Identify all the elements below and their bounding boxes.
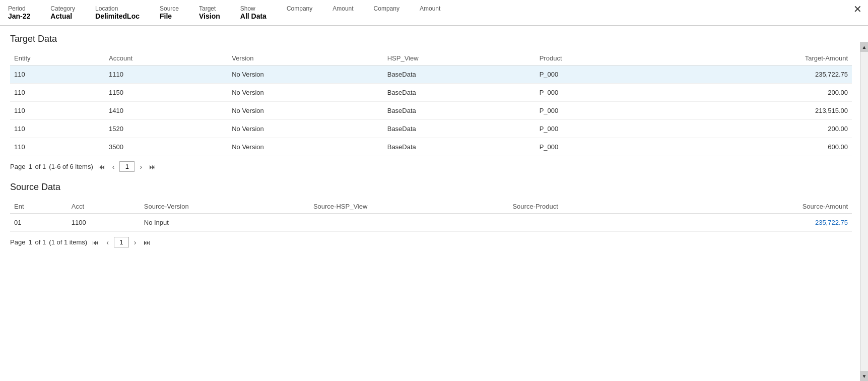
category-label: Category	[50, 5, 75, 12]
company2-label: Company	[374, 5, 399, 12]
src-version-0: No Input	[140, 214, 309, 232]
close-button[interactable]: ✕	[853, 4, 862, 14]
source-label: Source	[160, 5, 179, 12]
source-value: File	[160, 12, 179, 20]
location-value: DelimitedLoc	[95, 12, 140, 20]
col-target-amount: Target-Amount	[654, 51, 852, 66]
src-ent-0: 01	[10, 214, 68, 232]
target-pagination: Page 1 of 1 (1-6 of 6 items) ⏮ ‹ › ⏭	[10, 161, 852, 172]
header-location: Location DelimitedLoc	[95, 5, 140, 20]
target-prev-page-btn[interactable]: ‹	[110, 162, 117, 172]
target-first-page-btn[interactable]: ⏮	[96, 162, 107, 172]
show-label: Show	[240, 5, 266, 12]
source-table-header-row: Ent Acct Source-Version Source-HSP_View …	[10, 200, 852, 214]
src-col-hsp-view: Source-HSP_View	[309, 200, 509, 214]
src-col-ent: Ent	[10, 200, 68, 214]
page-scrollbar: ▲ ▼	[860, 42, 868, 381]
src-col-amount: Source-Amount	[680, 200, 852, 214]
source-prev-page-btn[interactable]: ‹	[104, 237, 111, 247]
header-company1: Company	[287, 5, 312, 12]
src-col-product: Source-Product	[508, 200, 680, 214]
table-row: 110 1110 No Version BaseData P_000 235,7…	[10, 66, 852, 84]
source-last-page-btn[interactable]: ⏭	[142, 237, 153, 247]
category-value: Actual	[50, 12, 75, 20]
target-amount-2: 213,515.00	[654, 102, 852, 120]
source-next-page-btn[interactable]: ›	[132, 237, 139, 247]
target-data-table: Entity Account Version HSP_View Product …	[10, 51, 852, 156]
target-product-1: P_000	[536, 84, 654, 102]
target-hsp-view-2: BaseData	[383, 102, 536, 120]
list-item: 01 1100 No Input 235,722.75	[10, 214, 852, 232]
header-amount1: Amount	[332, 5, 353, 12]
target-hsp-view-1: BaseData	[383, 84, 536, 102]
scroll-up-btn[interactable]: ▲	[860, 42, 868, 52]
table-row: 110 1520 No Version BaseData P_000 200.0…	[10, 120, 852, 138]
source-data-section: Source Data Ent Acct Source-Version Sour…	[10, 182, 852, 247]
company1-label: Company	[287, 5, 312, 12]
target-version-4: No Version	[228, 138, 383, 156]
target-product-2: P_000	[536, 102, 654, 120]
scroll-down-btn[interactable]: ▼	[860, 371, 868, 381]
target-product-4: P_000	[536, 138, 654, 156]
col-version: Version	[228, 51, 383, 66]
header-bar: Period Jan-22 Category Actual Location D…	[0, 0, 868, 26]
src-col-version: Source-Version	[140, 200, 309, 214]
target-value: Vision	[199, 12, 220, 20]
target-version-1: No Version	[228, 84, 383, 102]
src-product-0	[508, 214, 680, 232]
col-entity: Entity	[10, 51, 105, 66]
target-entity-3: 110	[10, 120, 105, 138]
source-pagination: Page 1 of 1 (1 of 1 items) ⏮ ‹ › ⏭	[10, 237, 852, 247]
target-section-title: Target Data	[10, 34, 852, 44]
table-row: 110 1410 No Version BaseData P_000 213,5…	[10, 102, 852, 120]
header-amount2: Amount	[420, 5, 440, 12]
src-hsp-view-0	[309, 214, 509, 232]
target-account-3: 1520	[105, 120, 228, 138]
target-account-2: 1410	[105, 102, 228, 120]
target-amount-3: 200.00	[654, 120, 852, 138]
target-label: Target	[199, 5, 220, 12]
source-page-input[interactable]	[114, 237, 129, 247]
target-hsp-view-3: BaseData	[383, 120, 536, 138]
header-company2: Company	[374, 5, 399, 12]
amount1-label: Amount	[332, 5, 353, 12]
target-page-label: Page	[10, 163, 25, 170]
target-entity-2: 110	[10, 102, 105, 120]
target-page-number: 1	[28, 163, 32, 170]
period-label: Period	[8, 5, 30, 12]
target-last-page-btn[interactable]: ⏭	[147, 162, 158, 172]
target-version-3: No Version	[228, 120, 383, 138]
period-value: Jan-22	[8, 12, 30, 20]
target-of-label: of 1	[35, 163, 46, 170]
table-row: 110 1150 No Version BaseData P_000 200.0…	[10, 84, 852, 102]
header-period: Period Jan-22	[8, 5, 30, 20]
source-data-table: Ent Acct Source-Version Source-HSP_View …	[10, 200, 852, 232]
target-account-0: 1110	[105, 66, 228, 84]
location-label: Location	[95, 5, 140, 12]
target-amount-0: 235,722.75	[654, 66, 852, 84]
target-amount-1: 200.00	[654, 84, 852, 102]
target-next-page-btn[interactable]: ›	[138, 162, 144, 172]
target-account-1: 1150	[105, 84, 228, 102]
target-version-0: No Version	[228, 66, 383, 84]
target-amount-4: 600.00	[654, 138, 852, 156]
src-col-acct: Acct	[68, 200, 140, 214]
table-row: 110 3500 No Version BaseData P_000 600.0…	[10, 138, 852, 156]
show-value: All Data	[240, 12, 266, 20]
src-acct-0: 1100	[68, 214, 140, 232]
target-entity-0: 110	[10, 66, 105, 84]
col-account: Account	[105, 51, 228, 66]
col-hsp-view: HSP_View	[383, 51, 536, 66]
source-page-label: Page	[10, 238, 25, 246]
header-show: Show All Data	[240, 5, 266, 20]
target-data-section: Target Data Entity Account Version HSP_V…	[10, 34, 852, 172]
header-source: Source File	[160, 5, 179, 20]
src-amount-0[interactable]: 235,722.75	[680, 214, 852, 232]
header-target: Target Vision	[199, 5, 220, 20]
target-items-label: (1-6 of 6 items)	[49, 163, 93, 170]
source-page-number: 1	[28, 238, 32, 246]
source-first-page-btn[interactable]: ⏮	[90, 237, 101, 247]
target-hsp-view-4: BaseData	[383, 138, 536, 156]
target-page-input[interactable]	[119, 161, 135, 172]
header-category: Category Actual	[50, 5, 75, 20]
